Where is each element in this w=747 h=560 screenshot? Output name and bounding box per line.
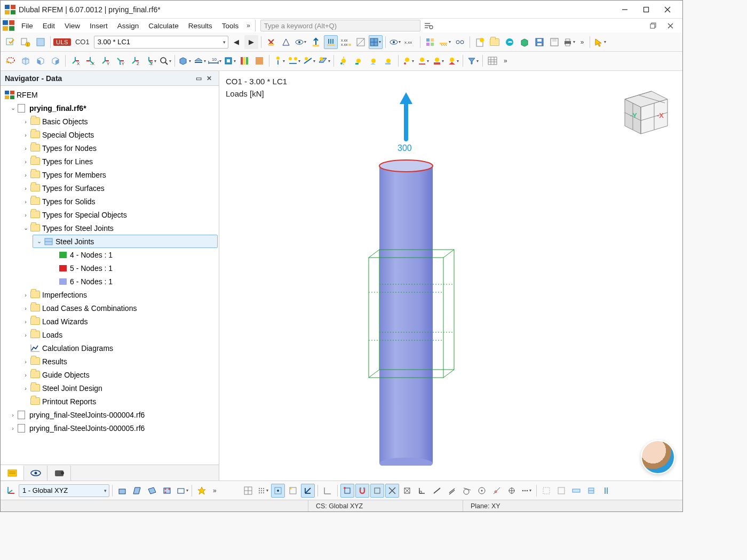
uls-badge[interactable]: ULS — [53, 38, 71, 46]
open-model-icon[interactable] — [488, 35, 502, 49]
load-combination-combo[interactable]: 3.00 * LC1 — [94, 36, 228, 49]
axis-neg-y-icon[interactable]: -Y — [113, 54, 127, 68]
result-values-icon[interactable]: x.xx — [403, 35, 417, 49]
guides-b-icon[interactable] — [554, 484, 568, 498]
doc-close-icon[interactable] — [663, 19, 677, 33]
snap-grid-icon[interactable] — [271, 484, 285, 498]
guides-c-icon[interactable] — [569, 484, 583, 498]
select-mode-icon[interactable] — [593, 35, 607, 49]
tree-item[interactable]: ›Types for Special Objects — [2, 208, 218, 221]
menu-tools[interactable]: Tools — [217, 20, 244, 31]
cloud-icon[interactable] — [503, 35, 516, 49]
ucs-icon[interactable] — [4, 484, 18, 498]
tree-leaf[interactable]: 4 - Nodes : 1 — [55, 248, 218, 261]
toolbar2-overflow[interactable]: » — [500, 57, 511, 65]
gen-a-icon[interactable] — [401, 54, 415, 68]
workplane-yz-icon[interactable] — [130, 484, 144, 498]
transparency-icon[interactable] — [354, 35, 368, 49]
tree-item[interactable]: ›Printout Reports — [2, 395, 218, 408]
tree-item[interactable]: ›Types for Members — [2, 168, 218, 181]
tree-item[interactable]: ›Guide Objects — [2, 368, 218, 381]
prev-loadcase-button[interactable]: ◀ — [229, 35, 243, 49]
minimize-button[interactable] — [614, 2, 635, 17]
tree-item[interactable]: ›Types for Solids — [2, 195, 218, 208]
tree-leaf[interactable]: 5 - Nodes : 1 — [55, 261, 218, 275]
gen-d-icon[interactable] — [446, 54, 460, 68]
tree-item[interactable]: ›Results — [2, 355, 218, 368]
guides-e-icon[interactable] — [599, 484, 613, 498]
toolbar1-overflow[interactable]: » — [577, 38, 587, 46]
render-wire-icon[interactable] — [193, 54, 206, 68]
snap-object-icon[interactable] — [286, 484, 300, 498]
next-loadcase-button[interactable]: ▶ — [244, 35, 258, 49]
texture-icon[interactable] — [252, 54, 266, 68]
snap-centroid-icon[interactable] — [505, 484, 519, 498]
tree-model[interactable]: ⌄ prying_final.rf6* — [2, 101, 218, 115]
show-loads-icon[interactable] — [324, 35, 338, 49]
assistant-avatar[interactable] — [641, 440, 675, 474]
filter-icon[interactable] — [466, 54, 480, 68]
snap-mid-icon[interactable] — [370, 484, 384, 498]
workplane-xz-icon[interactable] — [145, 484, 159, 498]
block-library-icon[interactable] — [518, 35, 531, 49]
tree-item[interactable]: ›Calculation Diagrams — [2, 341, 218, 355]
light-4-icon[interactable] — [382, 54, 395, 68]
coordinate-system-combo[interactable]: 1 - Global XYZ — [19, 484, 109, 497]
tree-item[interactable]: ›Load Wizards — [2, 315, 218, 328]
bottom-overflow[interactable]: » — [210, 487, 220, 494]
snap-intersect-icon[interactable] — [385, 484, 399, 498]
snap-perp-icon[interactable] — [415, 484, 429, 498]
side-view-icon[interactable] — [49, 54, 62, 68]
close-button[interactable] — [657, 2, 678, 17]
line-load-icon[interactable] — [287, 54, 301, 68]
toggle-supports-icon[interactable] — [279, 35, 293, 49]
menu-file[interactable]: File — [17, 20, 38, 31]
node-force-icon[interactable] — [272, 54, 286, 68]
snap-node-icon[interactable] — [400, 484, 414, 498]
print-icon[interactable] — [562, 35, 576, 49]
navigator-tab-views[interactable] — [47, 466, 71, 481]
tree-item[interactable]: ›Types for Nodes — [2, 141, 218, 155]
tree-item[interactable]: ›Types for Surfaces — [2, 181, 218, 195]
member-load-icon[interactable] — [302, 54, 316, 68]
tree-item[interactable]: ›Loads — [2, 328, 218, 341]
delete-loads-icon[interactable] — [264, 35, 278, 49]
tree-item[interactable]: ›Steel Joint Design — [2, 381, 218, 395]
tree-sibling-model[interactable]: ›prying_final-SteelJoints-000005.rf6 — [2, 421, 218, 435]
navigator-tab-data[interactable] — [1, 465, 24, 480]
light-1-icon[interactable] — [337, 54, 351, 68]
snap-near-icon[interactable] — [490, 484, 504, 498]
menu-results[interactable]: Results — [184, 20, 217, 31]
menu-app-icon[interactable] — [3, 20, 14, 31]
workplane-more-icon[interactable] — [175, 484, 189, 498]
surface-load-icon[interactable] — [317, 54, 331, 68]
show-load-values-icon[interactable]: x.xxx.xx — [339, 35, 353, 49]
tree-root[interactable]: RFEM — [2, 88, 218, 101]
axis-x-icon[interactable]: X — [68, 54, 82, 68]
snap-star-icon[interactable] — [195, 484, 209, 498]
navigator-pin-icon[interactable]: ▭ — [193, 75, 204, 82]
search-options-icon[interactable] — [424, 21, 433, 30]
origin-icon[interactable] — [321, 484, 335, 498]
ortho-icon[interactable] — [301, 484, 315, 498]
navigator-close-icon[interactable]: ✕ — [204, 75, 214, 82]
grid-display-icon[interactable] — [369, 35, 383, 49]
gen-b-icon[interactable] — [416, 54, 430, 68]
navigation-cube[interactable]: -X -Y — [614, 81, 673, 139]
menu-assign[interactable]: Assign — [113, 20, 144, 31]
light-3-icon[interactable] — [367, 54, 380, 68]
menu-insert[interactable]: Insert — [85, 20, 113, 31]
navigator-tab-display[interactable] — [24, 466, 47, 481]
table-icon[interactable] — [486, 54, 499, 68]
tree-item[interactable]: ›Basic Objects — [2, 115, 218, 128]
tree-item-steel-joints-child[interactable]: ⌄Steel Joints — [33, 235, 218, 248]
save-icon[interactable] — [533, 35, 546, 49]
menu-overflow[interactable]: » — [243, 22, 253, 29]
workplane-3pt-icon[interactable] — [160, 484, 174, 498]
restore-down-icon[interactable] — [646, 19, 660, 33]
new-model-icon[interactable] — [473, 35, 487, 49]
grid-toggle-icon[interactable] — [241, 484, 255, 498]
tree-leaf[interactable]: 6 - Nodes : 1 — [55, 275, 218, 288]
grid-settings-icon[interactable] — [256, 484, 270, 498]
snap-parallel-icon[interactable] — [445, 484, 459, 498]
